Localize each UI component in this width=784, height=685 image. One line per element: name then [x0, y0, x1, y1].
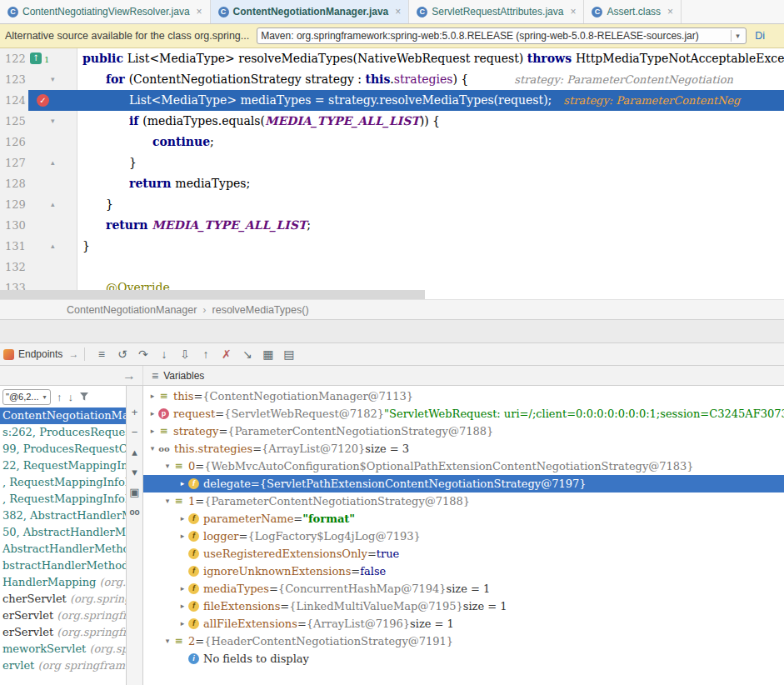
fold-marker-icon[interactable]: ▾: [51, 111, 55, 132]
navigate-arrow-icon[interactable]: →: [68, 348, 78, 360]
layout-settings-icon[interactable]: ▤: [282, 348, 296, 361]
endpoints-tab[interactable]: Endpoints: [18, 348, 62, 360]
alternative-source-select[interactable]: Maven: org.springframework:spring-web:5.…: [257, 28, 747, 44]
stack-frame-item[interactable]: 382, AbstractHandlerMeth: [0, 508, 126, 524]
drop-frame-icon[interactable]: ✗: [219, 348, 233, 361]
menu-icon[interactable]: ≡: [94, 348, 108, 361]
gutter[interactable]: 128: [0, 173, 77, 194]
variable-row[interactable]: fignoreUnknownExtensions = false: [143, 562, 784, 580]
fold-marker-icon[interactable]: ▴: [51, 194, 55, 215]
gutter[interactable]: 124✓: [0, 90, 77, 111]
next-frame-icon[interactable]: ↓: [68, 391, 74, 403]
variable-row[interactable]: ▸fparameterName = "format": [143, 510, 784, 528]
variable-row[interactable]: ▸fmediaTypes = {ConcurrentHashMap@7194} …: [143, 580, 784, 598]
stack-frame-item[interactable]: ervlet (org springframewo: [0, 658, 126, 674]
breadcrumb-class[interactable]: ContentNegotiationManager: [67, 304, 197, 316]
variable-row[interactable]: ▾≡0 = {WebMvcAutoConfiguration$OptionalP…: [143, 458, 784, 475]
variable-row[interactable]: ▸≡strategy = {ParameterContentNegotiatio…: [143, 422, 784, 440]
tab-3[interactable]: CServletRequestAttributes.java×: [409, 0, 584, 23]
gutter[interactable]: 130: [0, 215, 77, 236]
tree-chevron-icon[interactable]: ▾: [162, 492, 173, 510]
variable-row[interactable]: iNo fields to display: [143, 650, 784, 668]
variable-row[interactable]: ▾≡1 = {ParameterContentNegotiationStrate…: [143, 492, 784, 510]
step-out-icon[interactable]: ↑: [198, 348, 212, 361]
stack-frame-item[interactable]: 22, RequestMappingInfo: [0, 458, 126, 474]
close-tab-icon[interactable]: ×: [197, 6, 202, 18]
gutter[interactable]: 129▴: [0, 194, 77, 215]
stack-frame-item[interactable]: ContentNegotiationMana: [0, 408, 126, 424]
disable-link[interactable]: Di: [755, 30, 765, 42]
show-execution-point-icon[interactable]: ↺: [115, 348, 129, 361]
stack-frame-item[interactable]: erServlet (org.springframe: [0, 624, 126, 641]
variables-tab[interactable]: Variables: [163, 370, 204, 382]
tree-chevron-icon[interactable]: ▸: [147, 405, 158, 422]
gutter[interactable]: 123▾: [0, 69, 77, 90]
variable-row[interactable]: ▸flogger = {LogFactory$Log4jLog@7193}: [143, 528, 784, 545]
tree-chevron-icon[interactable]: ▾: [147, 440, 158, 458]
show-watches-icon[interactable]: oo: [129, 506, 139, 518]
tree-chevron-icon[interactable]: ▸: [177, 580, 188, 598]
tab-4[interactable]: CAssert.class×: [584, 0, 682, 23]
menu-icon[interactable]: ≡: [152, 369, 158, 382]
stack-frame-item[interactable]: meworkServlet (org.sprin: [0, 641, 126, 658]
tree-chevron-icon[interactable]: ▸: [177, 475, 188, 492]
scroll-up-icon[interactable]: ▴: [132, 446, 137, 458]
tree-chevron-icon[interactable]: ▾: [162, 632, 173, 650]
evaluate-expression-icon[interactable]: ▦: [261, 348, 275, 361]
variable-row[interactable]: ▸ffileExtensions = {LinkedMultiValueMap@…: [143, 598, 784, 615]
add-watch-icon[interactable]: +: [132, 406, 138, 418]
tree-chevron-icon[interactable]: ▸: [177, 510, 188, 528]
tree-chevron-icon[interactable]: ▸: [177, 528, 188, 545]
close-tab-icon[interactable]: ×: [395, 6, 401, 18]
tree-chevron-icon[interactable]: ▸: [177, 598, 188, 615]
stack-frame-item[interactable]: s:262, ProducesRequestCo: [0, 424, 126, 441]
variable-row[interactable]: fuseRegisteredExtensionsOnly = true: [143, 545, 784, 562]
gutter[interactable]: 126: [0, 132, 77, 152]
stack-frame-item[interactable]: 50, AbstractHandlerMetho: [0, 524, 126, 541]
stack-frame-item[interactable]: HandlerMapping (org.sp: [0, 574, 126, 591]
gutter[interactable]: 122↑1: [0, 48, 77, 69]
remove-watch-icon[interactable]: −: [132, 426, 138, 438]
previous-frame-icon[interactable]: ↑: [57, 391, 62, 403]
close-tab-icon[interactable]: ×: [570, 6, 576, 18]
override-marker-icon[interactable]: ↑: [30, 52, 42, 64]
tree-chevron-icon[interactable]: ▸: [147, 422, 158, 440]
variable-row[interactable]: ▾≡2 = {HeaderContentNegotiationStrategy@…: [143, 632, 784, 650]
copy-stack-icon[interactable]: ▣: [129, 486, 139, 498]
tree-chevron-icon[interactable]: ▸: [147, 388, 158, 405]
gutter[interactable]: 125▾: [0, 111, 77, 132]
variable-row[interactable]: ▸prequest = {ServletWebRequest@7182} "Se…: [143, 405, 784, 422]
breadcrumb-method[interactable]: resolveMediaTypes(): [212, 304, 309, 316]
filter-icon[interactable]: [79, 392, 89, 402]
variable-row[interactable]: ▸fallFileExtensions = {ArrayList@7196} s…: [143, 615, 784, 632]
breakpoint-icon[interactable]: ✓: [37, 94, 49, 107]
stack-frame-item[interactable]: , RequestMappingInfoHa: [0, 474, 126, 491]
gutter[interactable]: 127▴: [0, 152, 77, 173]
close-tab-icon[interactable]: ×: [667, 6, 673, 18]
gutter[interactable]: 131▴: [0, 236, 77, 257]
fold-marker-icon[interactable]: ▾: [51, 69, 55, 90]
variable-row[interactable]: ▸fdelegate = {ServletPathExtensionConten…: [143, 475, 784, 492]
thread-select[interactable]: "@6,2... ▾: [2, 389, 51, 405]
run-to-cursor-icon[interactable]: ↘: [240, 348, 254, 361]
scroll-down-icon[interactable]: ▾: [132, 466, 137, 478]
stack-frame-item[interactable]: , RequestMappingInfoHa: [0, 491, 126, 508]
stack-frame-item[interactable]: 99, ProducesRequestCond: [0, 441, 126, 458]
tree-chevron-icon[interactable]: ▾: [162, 458, 173, 475]
pin-arrow-icon[interactable]: →: [122, 368, 136, 383]
step-into-icon[interactable]: ↓: [157, 348, 171, 361]
stack-frame-item[interactable]: AbstractHandlerMethodM: [0, 541, 126, 558]
tab-2[interactable]: CContentNegotiationManager.java×: [211, 0, 410, 23]
fold-marker-icon[interactable]: ▴: [51, 236, 55, 257]
tab-1[interactable]: CContentNegotiatingViewResolver.java×: [0, 0, 211, 23]
stack-frame-item[interactable]: cherServlet (org.springfra: [0, 591, 126, 608]
fold-marker-icon[interactable]: ▴: [51, 152, 55, 173]
variable-row[interactable]: ▾oothis.strategies = {ArrayList@7120} si…: [143, 440, 784, 458]
stack-frame-item[interactable]: erServlet (org.springfram: [0, 608, 126, 624]
force-step-into-icon[interactable]: ⇩: [177, 348, 192, 361]
gutter[interactable]: 132: [0, 257, 77, 278]
stack-frame-item[interactable]: bstractHandlerMethodMa: [0, 558, 126, 574]
variable-row[interactable]: ▸≡this = {ContentNegotiationManager@7113…: [143, 388, 784, 405]
step-over-icon[interactable]: ↷: [136, 348, 150, 361]
tree-chevron-icon[interactable]: ▸: [177, 615, 188, 632]
